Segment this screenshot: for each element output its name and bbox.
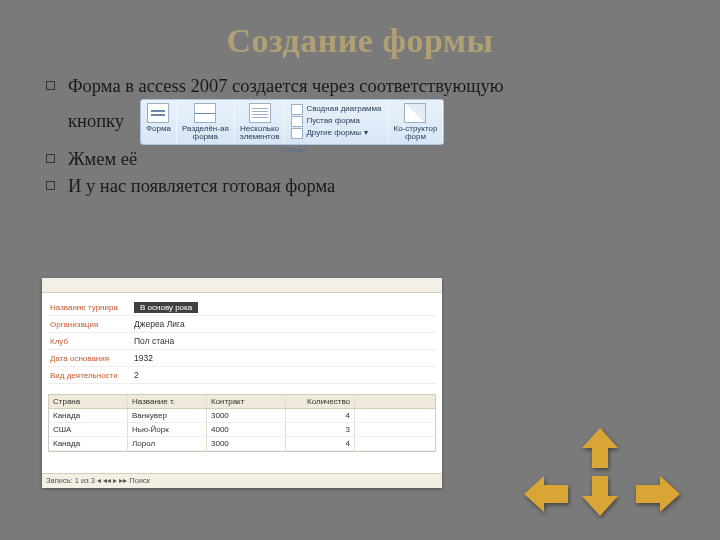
ribbon-menu-label-3: Другие формы [306, 128, 361, 139]
grid-row[interactable]: Канада Ванкувер 3000 4 [49, 409, 435, 423]
form-field-row: Дата основания 1932 [48, 350, 436, 367]
nav-arrow-cluster [524, 428, 674, 520]
subform-grid: Страна Название т. Контракт Количество К… [48, 394, 436, 452]
grid-cell: 4 [286, 437, 355, 450]
arrow-right-button[interactable] [636, 476, 680, 512]
field-label: Название турнира [48, 303, 130, 312]
field-value[interactable]: 1932 [130, 353, 436, 363]
grid-col-header[interactable]: Контракт [207, 395, 286, 408]
field-value[interactable]: Пол стана [130, 336, 436, 346]
field-label: Вид деятельности [48, 371, 130, 380]
access-ribbon-forms: Форма Разделён-ая форма Несколько элемен… [140, 99, 444, 145]
form-field-row: Название турнира В основу рока [48, 299, 436, 316]
form-icon [147, 103, 169, 123]
grid-cell: 3000 [207, 437, 286, 450]
grid-col-header[interactable]: Страна [49, 395, 128, 408]
bullet-1-line1: Форма в access 2007 создается через соот… [68, 74, 692, 99]
ribbon-label-split2: форма [193, 133, 218, 141]
bullet-2-text: Жмем её [68, 149, 137, 169]
form-design-icon [404, 103, 426, 123]
bullet-1: Форма в access 2007 создается через соот… [46, 74, 692, 145]
ribbon-menu-blank-form[interactable]: Пустая форма [291, 116, 381, 127]
field-label: Организация [48, 320, 130, 329]
grid-cell: Ванкувер [128, 409, 207, 422]
ribbon-label-form: Форма [146, 125, 171, 133]
arrow-left-button[interactable] [524, 476, 568, 512]
access-form-preview: Название турнира В основу рока Организац… [42, 278, 442, 488]
field-label: Клуб [48, 337, 130, 346]
ribbon-menu-label-2: Пустая форма [306, 116, 360, 127]
field-value[interactable]: В основу рока [134, 302, 198, 313]
field-value[interactable]: Джереа Лига [130, 319, 436, 329]
form-field-row: Вид деятельности 2 [48, 367, 436, 384]
bullet-3-text: И у нас появляется готовая форма [68, 176, 335, 196]
grid-cell: 4000 [207, 423, 286, 436]
grid-row[interactable]: Канада Лорол 3000 4 [49, 437, 435, 451]
form-titlebar [42, 278, 442, 293]
grid-col-header[interactable]: Количество [286, 395, 355, 408]
multiple-items-icon [249, 103, 271, 123]
blank-form-icon [291, 116, 303, 127]
grid-cell: 3000 [207, 409, 286, 422]
ribbon-label-wiz2: форм [405, 133, 426, 141]
arrow-right-icon [636, 476, 680, 512]
arrow-up-button[interactable] [582, 428, 618, 468]
grid-cell: Нью-Йорк [128, 423, 207, 436]
record-navigator[interactable]: Запись: 1 из 3 ◂ ◂◂ ▸ ▸▸ Поиск [42, 473, 442, 488]
bullet-2: Жмем её [46, 147, 692, 172]
split-form-icon [194, 103, 216, 123]
pivotchart-icon [291, 104, 303, 115]
ribbon-btn-form[interactable]: Форма [141, 100, 177, 144]
form-field-row: Организация Джереа Лига [48, 316, 436, 333]
ribbon-btn-form-design[interactable]: Ко-структор форм [389, 100, 444, 144]
ribbon-btn-multiple-items[interactable]: Несколько элементов [235, 100, 286, 144]
grid-cell: Лорол [128, 437, 207, 450]
grid-cell: 4 [286, 409, 355, 422]
slide-title: Создание формы [0, 22, 720, 60]
ribbon-label-multi2: элементов [240, 133, 280, 141]
grid-col-header[interactable]: Название т. [128, 395, 207, 408]
arrow-up-icon [582, 428, 618, 468]
ribbon-menu-label-1: Сводная диаграмма [306, 104, 381, 115]
bullet-1-line2: кнопку [68, 109, 124, 134]
grid-cell: Канада [49, 409, 128, 422]
form-body: Название турнира В основу рока Организац… [42, 293, 442, 386]
grid-cell: США [49, 423, 128, 436]
grid-cell: 3 [286, 423, 355, 436]
ribbon-menu-pivotchart[interactable]: Сводная диаграмма [291, 104, 381, 115]
more-forms-icon [291, 128, 303, 139]
ribbon-menu-more-forms[interactable]: Другие формы ▾ [291, 128, 381, 139]
ribbon-btn-split-form[interactable]: Разделён-ая форма [177, 100, 235, 144]
arrow-down-button[interactable] [582, 476, 618, 516]
bullet-list: Форма в access 2007 создается через соот… [46, 74, 692, 199]
grid-row[interactable]: США Нью-Йорк 4000 3 [49, 423, 435, 437]
arrow-left-icon [524, 476, 568, 512]
grid-cell: Канада [49, 437, 128, 450]
grid-header: Страна Название т. Контракт Количество [49, 395, 435, 409]
field-value[interactable]: 2 [130, 370, 436, 380]
bullet-3: И у нас появляется готовая форма [46, 174, 692, 199]
field-label: Дата основания [48, 354, 130, 363]
arrow-down-icon [582, 476, 618, 516]
ribbon-menu: Сводная диаграмма Пустая форма Другие фо… [285, 100, 388, 144]
form-field-row: Клуб Пол стана [48, 333, 436, 350]
